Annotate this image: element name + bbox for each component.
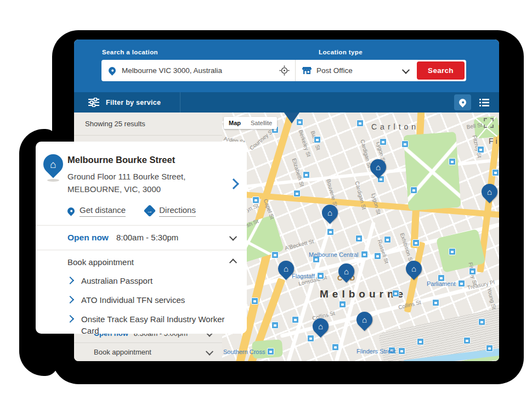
train-icon xyxy=(317,272,324,279)
location-type-label: Location type xyxy=(319,49,363,55)
card-book-appointment-row[interactable]: Book appointment xyxy=(36,250,247,274)
open-now-label: Open now xyxy=(67,233,109,243)
transit-stop-icon xyxy=(401,141,409,148)
transit-stop-icon xyxy=(392,290,399,297)
transit-stop-icon xyxy=(271,322,279,329)
post-office-pin[interactable]: ⌂ xyxy=(356,312,373,333)
transit-stop-icon xyxy=(380,138,387,145)
result-book-appointment-row[interactable]: Book appointment xyxy=(74,342,222,361)
transit-stop-icon xyxy=(356,120,364,127)
search-input[interactable] xyxy=(121,66,274,75)
map-type-map[interactable]: Map xyxy=(224,117,246,129)
list-view-button[interactable] xyxy=(476,94,493,110)
post-office-pin[interactable]: ⌂ xyxy=(322,205,338,226)
street-label: Courtney St xyxy=(248,128,275,151)
location-type-select[interactable]: Post Office xyxy=(296,60,415,81)
fullscreen-icon[interactable] xyxy=(484,118,494,128)
transit-stop-icon xyxy=(252,196,259,204)
transit-stop-icon xyxy=(463,337,471,344)
search-header: Search a location Location type xyxy=(74,40,499,92)
train-icon xyxy=(361,251,368,258)
transit-stop-icon xyxy=(374,252,381,260)
filter-by-service-label[interactable]: Filter by service xyxy=(106,99,161,106)
transit-stop-icon xyxy=(478,318,485,325)
transit-stop-icon xyxy=(327,228,334,235)
chevron-right-icon xyxy=(66,314,74,322)
location-address: Ground Floor 111 Bourke Street, MELBOURN… xyxy=(67,170,223,196)
divider xyxy=(180,92,180,113)
search-field-wrap xyxy=(101,60,295,81)
map-type-satellite[interactable]: Satellite xyxy=(246,117,277,129)
sliders-icon xyxy=(88,98,99,107)
map-canvas[interactable]: Map Satellite Arden StCourtney StBerkele… xyxy=(222,113,499,361)
location-pin-icon xyxy=(107,65,117,75)
map-view-button[interactable] xyxy=(454,94,471,110)
train-icon xyxy=(267,348,274,355)
station-label: Parliament xyxy=(427,280,465,287)
page: Search a location Location type xyxy=(0,0,532,399)
filter-bar: Filter by service xyxy=(74,92,499,113)
card-open-hours-row[interactable]: Open now 8:00am - 5:30pm xyxy=(36,225,247,250)
station-label: Flinders Street xyxy=(356,347,405,355)
location-title: Melbourne Bourke Street xyxy=(67,155,223,165)
card-detail-chevron[interactable] xyxy=(230,180,237,190)
chevron-down-icon xyxy=(229,233,237,240)
search-label: Search a location xyxy=(102,49,158,55)
list-icon xyxy=(479,99,489,106)
service-link[interactable]: Australian Passport xyxy=(67,275,236,286)
transit-stop-icon xyxy=(449,158,456,165)
transit-stop-icon xyxy=(314,136,321,143)
directions-link[interactable]: → Directions xyxy=(145,205,196,217)
transit-stop-icon xyxy=(251,297,258,305)
street-label: A'Beckett St xyxy=(284,238,314,251)
transit-stop-icon xyxy=(332,344,339,351)
search-button[interactable]: Search xyxy=(417,61,465,80)
directions-icon: → xyxy=(144,205,156,217)
service-link[interactable]: Onsite Track Easy Rail Industry Worker C… xyxy=(67,313,236,334)
station-label: Melbourne Central xyxy=(309,251,368,258)
book-appointment-label: Book appointment xyxy=(67,257,134,267)
train-icon xyxy=(458,280,465,287)
transit-stop-icon xyxy=(492,169,499,176)
get-distance-link[interactable]: Get distance xyxy=(67,205,126,217)
services-list: Australian PassportATO Individual TFN se… xyxy=(36,275,247,334)
transit-stop-icon xyxy=(469,268,476,275)
chevron-right-icon xyxy=(66,295,74,303)
post-office-pin[interactable]: ⌂ xyxy=(482,184,498,205)
book-appointment-label: Book appointment xyxy=(94,348,151,356)
post-office-pin[interactable]: ⌂ xyxy=(370,159,387,180)
post-office-pin[interactable]: ⌂ xyxy=(338,263,355,284)
transit-stop-icon xyxy=(355,235,363,242)
chevron-up-icon xyxy=(229,258,237,266)
transit-stop-icon xyxy=(432,299,439,306)
area-label: Fi xyxy=(489,137,499,145)
transit-stop-icon xyxy=(303,171,310,178)
search-bar: Post Office Search xyxy=(101,60,466,81)
service-link[interactable]: ATO Individual TFN services xyxy=(67,294,236,306)
location-pin-icon xyxy=(66,206,76,216)
transit-stop-icon xyxy=(384,236,391,243)
area-label: Carlton xyxy=(371,122,419,131)
station-label: Southern Cross xyxy=(223,348,274,355)
results-count: Showing 25 results xyxy=(74,113,222,136)
selected-pin-tip xyxy=(284,113,299,123)
crosshair-icon[interactable] xyxy=(279,65,290,76)
map-type-control: Map Satellite xyxy=(224,117,277,129)
post-office-pin[interactable]: ⌂ xyxy=(406,261,422,282)
transit-stop-icon xyxy=(339,301,346,308)
train-icon xyxy=(398,347,405,355)
post-office-pin-icon: ⌂ xyxy=(43,154,64,182)
post-office-pin[interactable]: ⌂ xyxy=(313,318,329,339)
transit-stop-icon xyxy=(477,146,484,153)
transit-stop-icon xyxy=(292,316,299,323)
post-office-icon xyxy=(302,66,312,75)
transit-stop-icon xyxy=(412,239,420,246)
transit-stop-icon xyxy=(486,345,493,352)
transit-stop-icon xyxy=(410,187,417,194)
transit-stop-icon xyxy=(417,338,424,345)
map-pin-icon xyxy=(457,97,467,107)
transit-stop-icon xyxy=(293,190,301,197)
street-label: Young St xyxy=(486,287,497,310)
transit-stop-icon xyxy=(271,251,279,258)
post-office-pin[interactable]: ⌂ xyxy=(278,261,295,282)
